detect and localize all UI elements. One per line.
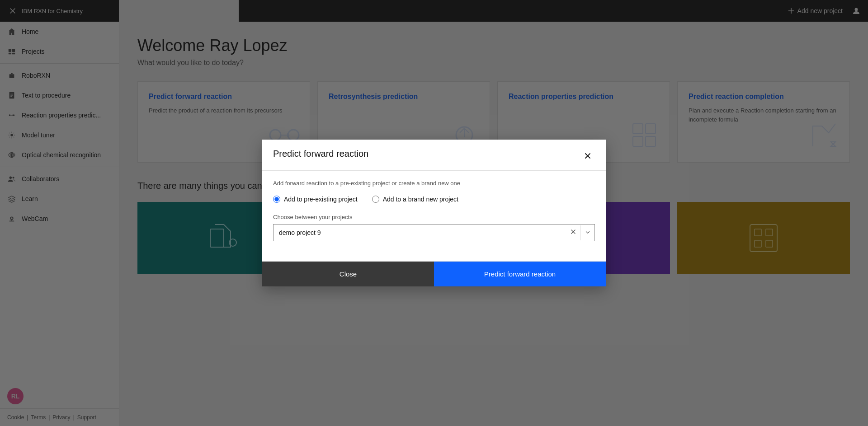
modal-close-icon: [583, 151, 592, 160]
project-select-input[interactable]: [274, 225, 566, 241]
radio-pre-existing-input[interactable]: [273, 196, 280, 203]
radio-brand-new-input[interactable]: [372, 196, 379, 203]
modal-title: Predict forward reaction: [273, 149, 368, 159]
radio-brand-new-label: Add to a brand new project: [383, 196, 458, 203]
predict-forward-modal: Predict forward reaction Add forward rea…: [262, 140, 606, 286]
form-label: Choose between your projects: [273, 214, 595, 220]
modal-confirm-label: Predict forward reaction: [484, 270, 556, 278]
modal-header: Predict forward reaction: [262, 140, 606, 171]
project-select-wrapper: [273, 224, 595, 241]
project-select-clear-button[interactable]: [566, 225, 580, 241]
modal-cancel-label: Close: [340, 270, 357, 278]
modal-body: Add forward reaction to a pre-existing p…: [262, 171, 606, 261]
modal-close-button[interactable]: [580, 149, 595, 163]
modal-cancel-button[interactable]: Close: [262, 262, 434, 286]
modal-footer: Close Predict forward reaction: [262, 261, 606, 286]
modal-overlay: Predict forward reaction Add forward rea…: [0, 0, 868, 426]
radio-pre-existing[interactable]: Add to pre-existing project: [273, 196, 358, 203]
modal-confirm-button[interactable]: Predict forward reaction: [434, 262, 606, 286]
clear-icon: [570, 228, 577, 235]
modal-subtitle: Add forward reaction to a pre-existing p…: [273, 180, 595, 187]
radio-brand-new[interactable]: Add to a brand new project: [372, 196, 458, 203]
radio-group: Add to pre-existing project Add to a bra…: [273, 196, 595, 203]
radio-pre-existing-label: Add to pre-existing project: [284, 196, 358, 203]
chevron-down-icon: [585, 229, 591, 235]
project-select-chevron-button[interactable]: [580, 225, 594, 240]
